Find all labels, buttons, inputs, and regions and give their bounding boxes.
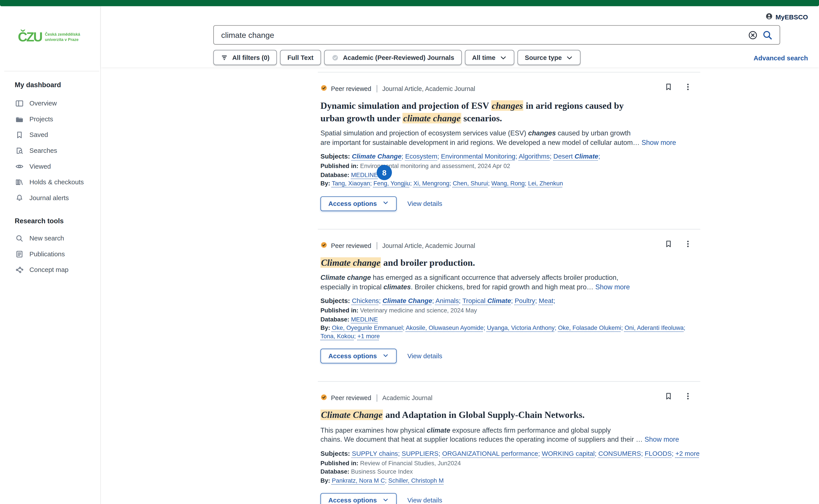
subject-link[interactable]: SUPPLIERS	[401, 450, 439, 457]
result-card: Peer reviewed Academic Journal Climate C…	[318, 381, 700, 504]
show-more-link[interactable]: Show more	[645, 435, 679, 443]
author-link[interactable]: Oni, Aderanti Ifeoluwa	[625, 325, 684, 331]
author-link[interactable]: Chen, Shurui	[453, 180, 488, 186]
university-logo[interactable]: ČZU Česká zemědělská univerzita v Praze	[18, 30, 80, 44]
result-card: Peer reviewed Journal Article, Academic …	[318, 72, 700, 229]
kebab-menu-icon[interactable]	[684, 392, 692, 400]
access-options-button[interactable]: Access options	[320, 196, 397, 211]
subject-link[interactable]: Desert Climate	[553, 153, 598, 160]
subject-link[interactable]: ORGANIZATIONAL performance	[442, 450, 538, 457]
result-title-link[interactable]: Climate change and broiler production.	[320, 257, 700, 269]
filter-button-label: Source type	[525, 54, 562, 61]
author-link[interactable]: Schiller, Christoph M	[388, 477, 444, 484]
author-link[interactable]: Lei, Zhenkun	[528, 180, 563, 186]
sidebar-item-saved[interactable]: Saved	[0, 127, 100, 143]
show-more-link[interactable]: Show more	[596, 283, 630, 291]
search-box	[213, 25, 780, 44]
sidebar-item-publications[interactable]: Publications	[0, 246, 100, 262]
result-snippet: Climate change has emerged as a signific…	[320, 273, 700, 291]
projects-icon	[15, 115, 24, 123]
peer-reviewed-label: Peer reviewed	[331, 394, 371, 402]
subject-link[interactable]: Algorithms	[519, 153, 550, 160]
filter-button-academic-peer-reviewed-journals[interactable]: Academic (Peer-Reviewed) Journals	[324, 50, 462, 65]
filter-button-full-text[interactable]: Full Text	[280, 50, 321, 65]
subject-link[interactable]: WORKING capital	[542, 450, 595, 457]
show-more-link[interactable]: Show more	[642, 138, 676, 146]
bookmark-icon[interactable]	[665, 83, 673, 91]
advanced-search-link[interactable]: Advanced search	[754, 55, 808, 62]
subject-link[interactable]: FLOODS	[645, 450, 672, 457]
subject-link[interactable]: Climate Change	[382, 297, 432, 305]
subject-link[interactable]: Meat	[539, 297, 553, 305]
subject-link[interactable]: CONSUMERS	[598, 450, 641, 457]
author-link[interactable]: Pankratz, Nora M C	[332, 477, 385, 484]
author-link[interactable]: Akosile, Oluwaseun Ayomide	[406, 325, 484, 331]
database-link[interactable]: MEDLINE	[351, 172, 378, 178]
sidebar-item-label: Journal alerts	[30, 194, 69, 201]
sidebar-item-viewed[interactable]: Viewed	[0, 159, 100, 174]
bookmark-icon[interactable]	[665, 392, 673, 400]
authors-more-link[interactable]: +1 more	[357, 333, 380, 339]
subject-link[interactable]: SUPPLY chains	[352, 450, 398, 457]
database-link[interactable]: MEDLINE	[351, 316, 378, 322]
authors-line: By: Tang, Xiaoyan; Feng, Yongjiu; Xi, Me…	[320, 180, 700, 188]
bookmark-icon[interactable]	[665, 240, 673, 248]
sidebar-item-label: Concept map	[30, 266, 68, 273]
concept-map-icon	[15, 266, 24, 274]
subject-link[interactable]: Chickens	[352, 297, 379, 305]
main-area: MyEBSCO All filters (0) Full Text Academ…	[101, 6, 819, 504]
filter-button-all-filters-0[interactable]: All filters (0)	[213, 50, 277, 65]
sidebar-item-concept-map[interactable]: Concept map	[0, 262, 100, 278]
subject-link[interactable]: Climate Change	[352, 153, 401, 160]
subject-link[interactable]: Animals	[436, 297, 459, 305]
myebsco-account-button[interactable]: MyEBSCO	[765, 13, 808, 22]
author-link[interactable]: Tona, Kokou	[320, 333, 354, 339]
chevron-down-icon	[566, 54, 573, 61]
search-icon[interactable]	[762, 30, 773, 41]
publications-icon	[15, 250, 24, 258]
search-input[interactable]	[214, 26, 780, 44]
published-in-value: Veterinary medicine and science, 2024 Ma…	[360, 307, 477, 314]
subject-link[interactable]: Environmental Monitoring	[441, 153, 516, 160]
view-details-link[interactable]: View details	[407, 352, 442, 360]
access-options-button[interactable]: Access options	[320, 493, 397, 504]
view-details-link[interactable]: View details	[407, 200, 442, 207]
subjects-more-link[interactable]: +2 more	[675, 450, 700, 457]
dashboard-heading: My dashboard	[15, 81, 61, 89]
subject-link[interactable]: Ecosystem	[405, 153, 437, 160]
author-link[interactable]: Oke, Oyegunle Emmanuel	[332, 325, 403, 331]
author-link[interactable]: Uyanga, Victoria Anthony	[487, 325, 555, 331]
person-icon	[765, 13, 773, 22]
annotation-badge-8: 8	[377, 165, 392, 180]
result-snippet: This paper examines how physical climate…	[320, 426, 700, 444]
view-details-link[interactable]: View details	[407, 497, 442, 504]
author-link[interactable]: Xi, Mengrong	[414, 180, 450, 186]
result-title-link[interactable]: Climate Change and Adaptation in Global …	[320, 409, 700, 421]
sidebar-item-new-search[interactable]: New search	[0, 231, 100, 246]
access-options-button[interactable]: Access options	[320, 349, 397, 364]
author-link[interactable]: Feng, Yongjiu	[373, 180, 410, 186]
sidebar-item-holds-checkouts[interactable]: Holds & checkouts	[0, 174, 100, 190]
author-link[interactable]: Wang, Rong	[492, 180, 525, 186]
peer-reviewed-badge-icon	[320, 393, 327, 403]
kebab-menu-icon[interactable]	[684, 240, 692, 248]
subject-link[interactable]: Poultry	[515, 297, 535, 305]
sidebar-item-projects[interactable]: Projects	[0, 111, 100, 127]
sidebar-item-journal-alerts[interactable]: Journal alerts	[0, 190, 100, 206]
authors-line: By: Oke, Oyegunle Emmanuel; Akosile, Olu…	[320, 324, 700, 340]
filter-button-source-type[interactable]: Source type	[518, 50, 581, 65]
author-link[interactable]: Oke, Folasade Olukemi	[558, 325, 621, 331]
filter-button-all-time[interactable]: All time	[465, 50, 514, 65]
sidebar-item-overview[interactable]: Overview	[0, 96, 100, 111]
source-type-label: Journal Article, Academic Journal	[382, 242, 476, 249]
holds-icon	[15, 178, 24, 186]
clear-search-icon[interactable]	[748, 30, 758, 40]
sidebar-item-searches[interactable]: Searches	[0, 143, 100, 159]
source-type-label: Journal Article, Academic Journal	[382, 85, 476, 92]
result-title-link[interactable]: Dynamic simulation and projection of ESV…	[320, 100, 700, 124]
author-link[interactable]: Tang, Xiaoyan	[332, 180, 370, 186]
result-snippet: Spatial simulation and projection of eco…	[320, 129, 700, 147]
kebab-menu-icon[interactable]	[684, 83, 692, 91]
logo-mark: ČZU	[18, 30, 42, 44]
subject-link[interactable]: Tropical Climate	[463, 297, 511, 305]
